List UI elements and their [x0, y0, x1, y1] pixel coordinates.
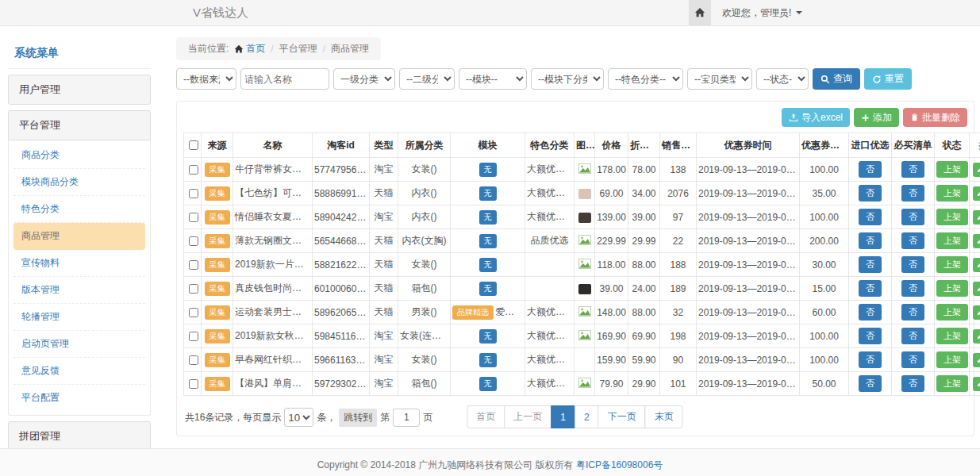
- status-button[interactable]: 上架: [936, 280, 968, 297]
- sidebar-item-platform-config[interactable]: 平台配置: [13, 385, 145, 411]
- row-checkbox[interactable]: [189, 260, 198, 270]
- edit-button[interactable]: [973, 234, 980, 248]
- table-row: 采集 早春网红针织外套女春... 596611634525 淘宝 女装() 无 …: [184, 348, 980, 372]
- search-button[interactable]: 查询: [813, 68, 860, 90]
- breadcrumb-item-platform[interactable]: 平台管理: [279, 42, 317, 56]
- status-button[interactable]: 上架: [936, 209, 968, 225]
- edit-button[interactable]: [973, 282, 980, 296]
- must-buy-toggle[interactable]: 否: [901, 351, 924, 368]
- next-page-button[interactable]: 下一页: [598, 405, 646, 428]
- must-buy-toggle[interactable]: 否: [901, 232, 924, 249]
- edit-button[interactable]: [973, 329, 980, 344]
- import-select-toggle[interactable]: 否: [859, 328, 882, 344]
- first-page-button[interactable]: 首页: [467, 405, 505, 428]
- filter-select-module-subcategory[interactable]: --模块下分类--: [531, 68, 604, 90]
- sidebar-item-product-management[interactable]: 商品管理: [13, 223, 145, 250]
- page-size-select[interactable]: 10: [284, 408, 313, 427]
- filter-select-status[interactable]: --状态--: [756, 68, 809, 90]
- sidebar-item-product-category[interactable]: 商品分类: [13, 142, 145, 169]
- source-badge: 采集: [205, 305, 230, 320]
- edit-button[interactable]: [973, 305, 980, 320]
- sidebar-item-group-buy-management[interactable]: 拼团管理: [8, 421, 151, 448]
- jump-page-input[interactable]: [393, 409, 420, 427]
- sidebar-item-module-product-category[interactable]: 模块商品分类: [13, 169, 145, 196]
- name-search-input[interactable]: [240, 68, 329, 90]
- sidebar-item-platform-management[interactable]: 平台管理: [8, 110, 151, 140]
- row-checkbox[interactable]: [189, 332, 198, 341]
- import-select-toggle[interactable]: 否: [859, 351, 882, 368]
- row-checkbox[interactable]: [189, 165, 198, 175]
- import-select-toggle[interactable]: 否: [859, 375, 882, 392]
- sidebar-item-version-management[interactable]: 版本管理: [13, 277, 145, 304]
- import-excel-button[interactable]: 导入excel: [782, 108, 850, 127]
- import-select-toggle[interactable]: 否: [859, 209, 882, 225]
- edit-button[interactable]: [973, 353, 980, 367]
- taoke-id: 598451162391: [313, 324, 370, 348]
- row-checkbox[interactable]: [189, 189, 198, 198]
- feature-category: [525, 277, 575, 301]
- filter-select-data-source[interactable]: --数据来源--: [176, 68, 236, 90]
- row-checkbox[interactable]: [189, 308, 198, 317]
- sidebar-item-carousel-management[interactable]: 轮播管理: [13, 304, 145, 331]
- sidebar-item-feedback[interactable]: 意见反馈: [13, 358, 145, 385]
- row-checkbox[interactable]: [189, 284, 198, 294]
- must-buy-toggle[interactable]: 否: [901, 185, 924, 202]
- filter-select-item-type[interactable]: --宝贝类型--: [687, 68, 752, 90]
- sidebar-item-splash-management[interactable]: 启动页管理: [13, 331, 145, 358]
- status-button[interactable]: 上架: [936, 256, 968, 273]
- import-select-toggle[interactable]: 否: [859, 185, 882, 202]
- import-select-toggle[interactable]: 否: [859, 161, 882, 178]
- status-button[interactable]: 上架: [936, 375, 968, 392]
- status-button[interactable]: 上架: [936, 185, 968, 202]
- filter-select-level1-category[interactable]: 一级分类: [333, 68, 395, 90]
- sidebar-item-feature-category[interactable]: 特色分类: [13, 196, 145, 223]
- sidebar-item-user-management[interactable]: 用户管理: [8, 75, 151, 105]
- must-buy-toggle[interactable]: 否: [901, 280, 924, 297]
- upload-icon: [789, 113, 798, 122]
- add-button[interactable]: 添加: [854, 108, 899, 127]
- page-1-button[interactable]: 1: [551, 405, 575, 428]
- batch-delete-button[interactable]: 批量删除: [903, 108, 967, 127]
- status-button[interactable]: 上架: [936, 351, 968, 368]
- import-select-toggle[interactable]: 否: [859, 256, 882, 273]
- row-checkbox[interactable]: [189, 355, 198, 365]
- breadcrumb-item-product[interactable]: 商品管理: [331, 42, 369, 56]
- edit-button[interactable]: [973, 186, 980, 201]
- filter-select-level2-category[interactable]: --二级分类--: [399, 68, 455, 90]
- filter-select-feature-category[interactable]: --特色分类--: [608, 68, 683, 90]
- page-2-button[interactable]: 2: [575, 405, 599, 428]
- reset-button[interactable]: 重置: [864, 68, 912, 90]
- import-select-toggle[interactable]: 否: [859, 280, 882, 297]
- must-buy-toggle[interactable]: 否: [901, 161, 924, 178]
- status-button[interactable]: 上架: [936, 328, 968, 344]
- edit-button[interactable]: [973, 163, 980, 177]
- must-buy-toggle[interactable]: 否: [901, 256, 924, 273]
- home-button[interactable]: [689, 0, 711, 25]
- row-checkbox[interactable]: [189, 213, 198, 222]
- sidebar-item-promo-material[interactable]: 宣传物料: [13, 250, 145, 277]
- user-menu[interactable]: 欢迎您，管理员!: [722, 6, 802, 20]
- edit-button[interactable]: [973, 377, 980, 391]
- prev-page-button[interactable]: 上一页: [504, 405, 551, 428]
- status-button[interactable]: 上架: [936, 161, 968, 178]
- status-button[interactable]: 上架: [936, 232, 968, 249]
- product-name: 【七色纺】可爱纯棉家...: [233, 182, 313, 205]
- edit-button[interactable]: [973, 210, 980, 225]
- select-all-checkbox[interactable]: [189, 140, 198, 150]
- import-select-toggle[interactable]: 否: [859, 232, 882, 249]
- edit-button[interactable]: [973, 258, 980, 272]
- status-button[interactable]: 上架: [936, 304, 968, 321]
- must-buy-toggle[interactable]: 否: [901, 375, 924, 392]
- must-buy-toggle[interactable]: 否: [901, 328, 924, 344]
- breadcrumb-home-link[interactable]: 首页: [234, 42, 265, 56]
- row-checkbox[interactable]: [189, 379, 198, 389]
- filter-select-module[interactable]: --模块--: [459, 68, 527, 90]
- icp-link[interactable]: 粤ICP备16098006号: [576, 459, 663, 470]
- must-buy-toggle[interactable]: 否: [901, 304, 924, 321]
- jump-button[interactable]: 跳转到: [339, 409, 377, 427]
- last-page-button[interactable]: 末页: [645, 405, 683, 428]
- breadcrumb-prefix: 当前位置:: [188, 42, 229, 56]
- must-buy-toggle[interactable]: 否: [901, 209, 924, 225]
- row-checkbox[interactable]: [189, 236, 198, 246]
- import-select-toggle[interactable]: 否: [859, 304, 882, 321]
